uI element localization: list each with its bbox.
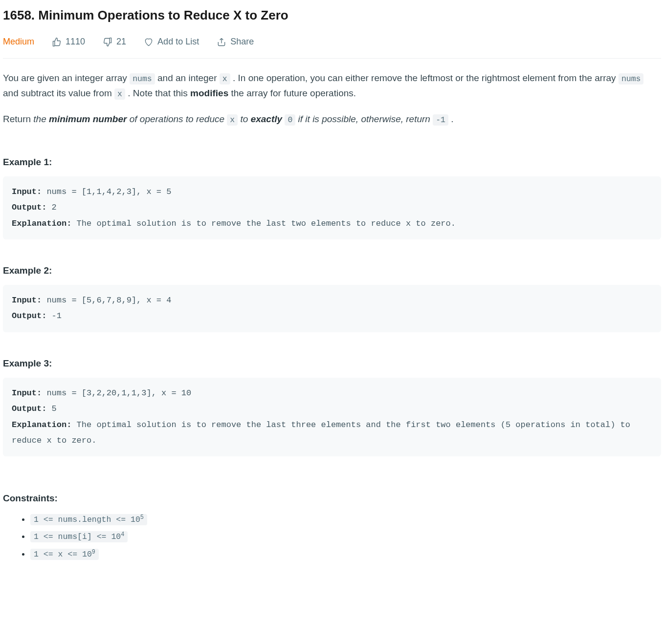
code-inline: x	[220, 73, 230, 85]
code-inline: 1 <= nums.length <= 105	[30, 514, 147, 525]
example-heading: Example 3:	[3, 356, 661, 371]
constraints-heading: Constraints:	[3, 491, 661, 506]
like-button[interactable]: 1110	[52, 35, 85, 49]
code-inline: nums	[130, 73, 155, 85]
constraint-item: 1 <= nums.length <= 105	[30, 512, 661, 527]
add-to-list-label: Add to List	[157, 35, 199, 49]
constraint-item: 1 <= x <= 109	[30, 547, 661, 561]
example-block: Input: nums = [1,1,4,2,3], x = 5 Output:…	[3, 176, 661, 239]
example-block: Input: nums = [3,2,20,1,1,3], x = 10 Out…	[3, 378, 661, 456]
constraint-item: 1 <= nums[i] <= 104	[30, 529, 661, 544]
code-inline: nums	[619, 73, 644, 85]
thumbs-up-icon	[52, 37, 62, 47]
code-inline: -1	[433, 114, 448, 126]
code-inline: 1 <= nums[i] <= 104	[30, 531, 128, 542]
example-block: Input: nums = [5,6,7,8,9], x = 4 Output:…	[3, 285, 661, 332]
description-paragraph-2: Return the minimum number of operations …	[3, 111, 661, 127]
thumbs-down-icon	[103, 37, 112, 47]
share-button[interactable]: Share	[217, 35, 254, 49]
code-inline: 0	[285, 114, 295, 126]
share-icon	[217, 37, 226, 47]
heart-icon	[144, 37, 154, 47]
share-label: Share	[230, 35, 254, 49]
problem-description: You are given an integer array nums and …	[3, 70, 661, 127]
constraints-list: 1 <= nums.length <= 1051 <= nums[i] <= 1…	[3, 512, 661, 561]
code-inline: x	[227, 114, 238, 126]
code-inline: x	[114, 88, 125, 100]
dislike-button[interactable]: 21	[103, 35, 126, 49]
dislike-count: 21	[116, 35, 126, 49]
difficulty-badge: Medium	[3, 35, 34, 49]
example-heading: Example 1:	[3, 154, 661, 170]
like-count: 1110	[66, 35, 85, 49]
problem-title: 1658. Minimum Operations to Reduce X to …	[3, 5, 661, 26]
example-heading: Example 2:	[3, 263, 661, 278]
code-inline: 1 <= x <= 109	[30, 549, 99, 560]
meta-row: Medium 1110 21 Add to List Share	[3, 35, 661, 59]
add-to-list-button[interactable]: Add to List	[144, 35, 199, 49]
description-paragraph-1: You are given an integer array nums and …	[3, 70, 661, 101]
